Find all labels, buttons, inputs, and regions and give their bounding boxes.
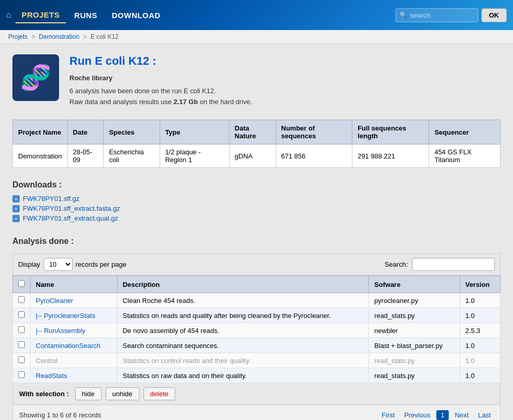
metadata-table-body: Demonstration 28-05-09 Escherichia coli … [13,144,501,168]
current-page: 1 [436,410,448,420]
cell-description: Statistics on raw data and on their qual… [117,368,369,383]
cell-software: read_stats.py [369,353,460,368]
next-button[interactable]: Next [452,410,472,420]
bottom-bar: With selection : hide unhide delete [12,383,501,405]
cell-version: 1.0 [460,353,500,368]
download-list: + FWK78PY01.sff.gz + FWK78PY01.sff_extra… [12,195,501,222]
cell-version: 2.5.3 [460,323,500,338]
row-checkbox[interactable] [18,326,25,333]
select-all-checkbox[interactable] [18,280,25,287]
nav-download[interactable]: Download [106,8,167,23]
breadcrumb-sep-1: > [32,33,37,40]
cell-version: 1.0 [460,293,500,308]
nav-runs[interactable]: Runs [68,8,104,23]
search-input[interactable] [395,8,478,22]
row-checkbox[interactable] [18,296,25,303]
col-data-nature: Data Nature [229,120,276,144]
search-icon: 🔍 [400,11,407,19]
table-row: ControlStatistics on control reads and t… [13,353,501,368]
col-check [13,276,31,293]
analysis-search-label: Search: [384,260,408,268]
row-checkbox[interactable] [18,311,25,318]
pagination-buttons: First Previous 1 Next Last [379,410,494,420]
cell-sequencer: 454 GS FLX Titanium [429,144,501,168]
cell-data-nature: gDNA [229,144,276,168]
row-checkbox[interactable] [18,371,25,378]
nav-projets[interactable]: Projets [16,7,66,23]
col-full-length: Full sequences length [352,120,429,144]
cell-version: 1.0 [460,368,500,383]
download-link-2[interactable]: FWK78PY01.sff_extract.fasta.gz [23,205,120,212]
cell-num-sequences: 671 856 [276,144,352,168]
main-content: 🧬 Run E coli K12 : Roche library 6 analy… [0,44,513,420]
first-button[interactable]: First [379,410,398,420]
download-link-3[interactable]: FWK78PY01.sff_extract.qual.gz [23,214,118,222]
cell-description: Statistics on reads and quality after be… [117,308,369,323]
ok-button[interactable]: OK [481,8,507,22]
breadcrumb-projets[interactable]: Projets [8,33,27,40]
cell-name: |-- RunAssembly [31,323,118,338]
display-label: Display [18,260,40,268]
breadcrumb-demonstration[interactable]: Demonstration [39,33,79,40]
cell-name: PyroCleaner [31,293,118,308]
cell-version: 1.0 [460,308,500,323]
cell-type: 1/2 plaque - Region 1 [160,144,229,168]
analysis-link[interactable]: PyroCleaner [36,297,73,305]
run-storage: Raw data and analysis results use 2.17 G… [69,97,252,108]
breadcrumb-sep-2: > [83,33,88,40]
run-library: Roche library [69,73,252,84]
col-project-name: Project Name [13,120,68,144]
dna-icon: 🧬 [20,63,51,92]
analysis-search-container: Search: [384,258,495,271]
analysis-link[interactable]: |-- PyrocleanerStats [36,312,95,320]
download-link-1[interactable]: FWK78PY01.sff.gz [23,195,80,202]
cell-version: 1.0 [460,338,500,353]
metadata-table-head: Project Name Date Species Type Data Natu… [13,120,501,144]
plus-icon-1: + [12,195,20,202]
delete-button[interactable]: delete [144,387,175,400]
cell-software: pyrocleaner.py [369,293,460,308]
cell-software: read_stats.py [369,368,460,383]
metadata-table: Project Name Date Species Type Data Natu… [12,120,501,168]
cell-name: ContaminationSearch [31,338,118,353]
analysis-search-input[interactable] [412,258,495,271]
analysis-table-head: Name Description Sofware Version [13,276,501,293]
search-wrapper: 🔍 [395,8,478,22]
table-row: ContaminationSearchSearch contaminant se… [13,338,501,353]
downloads-title: Downloads : [12,180,501,190]
search-container: 🔍 OK [395,8,507,22]
list-item: + FWK78PY01.sff_extract.qual.gz [12,214,501,222]
analysis-link[interactable]: ContaminationSearch [36,342,101,350]
plus-icon-2: + [12,205,20,212]
cell-name: Control [31,353,118,368]
col-sequencer: Sequencer [429,120,501,144]
cell-description: Statistics on control reads and their qu… [117,353,369,368]
table-row: |-- RunAssemblyDe novo assembly of 454 r… [13,323,501,338]
cell-description: Search contaminant sequences. [117,338,369,353]
analysis-title: Analysis done : [12,237,501,246]
cell-description: Clean Roche 454 reads. [117,293,369,308]
table-row: PyroCleanerClean Roche 454 reads.pyrocle… [13,293,501,308]
analysis-table: Name Description Sofware Version PyroCle… [12,276,501,383]
per-page-select[interactable]: 10 25 50 100 [44,258,73,271]
table-row: |-- PyrocleanerStatsStatistics on reads … [13,308,501,323]
row-checkbox[interactable] [18,341,25,348]
cell-software: newbler [369,323,460,338]
analysis-link[interactable]: |-- RunAssembly [36,327,86,335]
header: ⌂ Projets Runs Download 🔍 OK [0,0,513,30]
breadcrumb-current: E coli K12 [91,33,119,40]
with-selection-label: With selection : [19,390,69,398]
list-item: + FWK78PY01.sff_extract.fasta.gz [12,205,501,212]
hide-button[interactable]: hide [75,387,102,400]
records-per-page-label: records per page [76,260,126,268]
showing-text: Showing 1 to 6 of 6 records [19,411,101,419]
unhide-button[interactable]: unhide [106,387,139,400]
previous-button[interactable]: Previous [401,410,434,420]
last-button[interactable]: Last [475,410,494,420]
table-row: Demonstration 28-05-09 Escherichia coli … [13,144,501,168]
display-controls: Display 10 25 50 100 records per page [18,258,126,271]
breadcrumb: Projets > Demonstration > E coli K12 [0,30,513,44]
analysis-link[interactable]: ReadStats [36,372,67,380]
row-checkbox[interactable] [18,356,25,363]
home-icon[interactable]: ⌂ [6,10,11,20]
